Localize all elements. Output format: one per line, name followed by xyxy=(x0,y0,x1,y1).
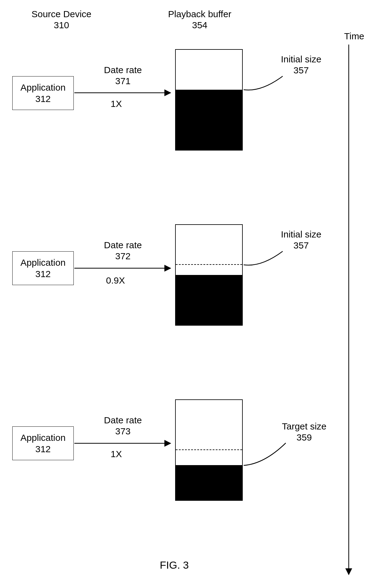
initial-size-num-2: 357 xyxy=(270,240,332,251)
application-num: 312 xyxy=(35,443,51,455)
target-size-marker-3 xyxy=(176,449,242,450)
source-device-num: 310 xyxy=(22,20,101,31)
application-num: 312 xyxy=(35,93,51,105)
application-name: Application xyxy=(21,82,66,93)
buffer-fill-2 xyxy=(176,275,242,325)
target-size-annotation: Target size 359 xyxy=(270,421,338,443)
source-device-label: Source Device xyxy=(22,9,101,20)
initial-size-label-2: Initial size xyxy=(270,229,332,240)
buffer-box-3 xyxy=(175,399,243,501)
date-rate-num-3: 373 xyxy=(89,426,157,437)
source-device-heading: Source Device 310 xyxy=(22,9,101,31)
time-axis-label: Time xyxy=(344,31,364,42)
multiplier-2: 0.9X xyxy=(106,275,125,286)
multiplier-1: 1X xyxy=(111,98,122,109)
target-size-label: Target size xyxy=(270,421,338,432)
application-num: 312 xyxy=(35,268,51,280)
playback-buffer-heading: Playback buffer 354 xyxy=(157,9,243,31)
figure-caption: FIG. 3 xyxy=(160,559,189,571)
date-rate-label-1: Date rate xyxy=(89,65,157,76)
buffer-fill-1 xyxy=(176,90,242,150)
application-box: Application 312 xyxy=(12,76,74,110)
initial-size-marker-2 xyxy=(176,264,242,265)
playback-buffer-num: 354 xyxy=(157,20,243,31)
application-name: Application xyxy=(21,257,66,269)
target-size-num: 359 xyxy=(270,432,338,443)
playback-buffer-label: Playback buffer xyxy=(157,9,243,20)
initial-size-annotation-2: Initial size 357 xyxy=(270,229,332,251)
date-rate-label-2: Date rate xyxy=(89,240,157,251)
date-rate-num-1: 371 xyxy=(89,76,157,87)
application-box: Application 312 xyxy=(12,251,74,285)
leader-initial-size-2 xyxy=(244,251,283,265)
initial-size-label-1: Initial size xyxy=(270,54,332,65)
date-rate-heading-1: Date rate 371 xyxy=(89,65,157,87)
buffer-box-1 xyxy=(175,49,243,151)
initial-size-num-1: 357 xyxy=(270,65,332,76)
date-rate-heading-3: Date rate 373 xyxy=(89,415,157,437)
initial-size-annotation-1: Initial size 357 xyxy=(270,54,332,76)
date-rate-heading-2: Date rate 372 xyxy=(89,240,157,262)
buffer-box-2 xyxy=(175,224,243,326)
leader-initial-size-1 xyxy=(244,76,283,90)
multiplier-3: 1X xyxy=(111,449,122,460)
date-rate-label-3: Date rate xyxy=(89,415,157,426)
date-rate-num-2: 372 xyxy=(89,251,157,262)
buffer-fill-3 xyxy=(176,465,242,500)
application-box: Application 312 xyxy=(12,426,74,460)
leader-target-size xyxy=(244,443,286,465)
application-name: Application xyxy=(21,432,66,444)
